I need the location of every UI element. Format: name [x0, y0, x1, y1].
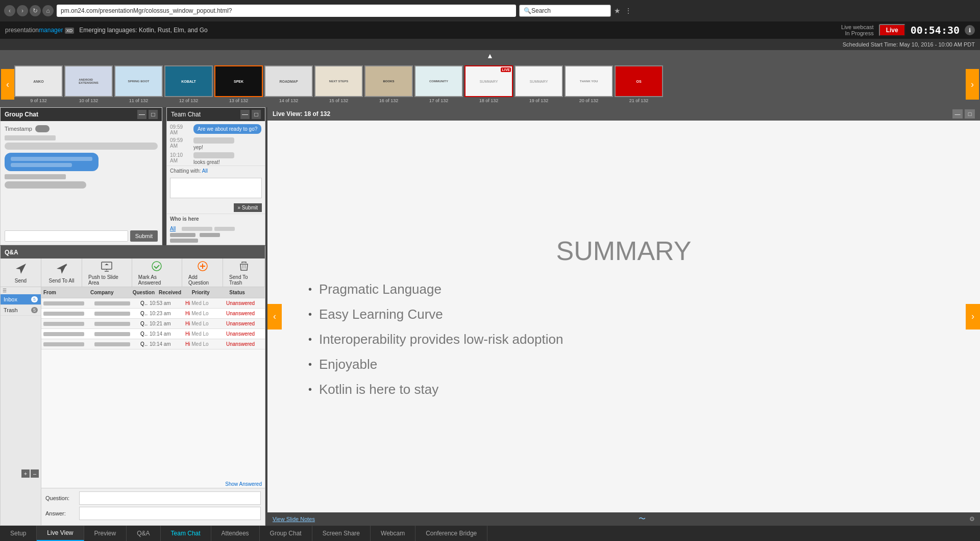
- bottom-nav-webcam-label: Webcam: [381, 530, 405, 537]
- qa-remove-item-btn[interactable]: –: [31, 469, 39, 478]
- home-button[interactable]: ⌂: [42, 5, 54, 16]
- qa-row-2[interactable]: Q You mentioned that Kotlin is a stand 1…: [41, 309, 265, 319]
- group-chat-minimize[interactable]: —: [137, 110, 146, 119]
- bottom-nav-groupchat[interactable]: Group Chat: [260, 526, 312, 541]
- team-chat-panel: Team Chat — □ 09:59 AM Are we about read…: [166, 107, 265, 245]
- qa-mark-answered-label: Mark As Answered: [138, 274, 176, 286]
- chat-input-row: Submit: [1, 227, 162, 245]
- who-item-2: [170, 239, 262, 243]
- qa-add-item-btn[interactable]: +: [21, 469, 30, 478]
- team-chat-submit[interactable]: » Submit: [234, 203, 262, 212]
- qa-list-container: From Company Question Received Priority …: [41, 287, 265, 525]
- info-button[interactable]: ℹ: [965, 25, 975, 35]
- live-view-expand[interactable]: □: [965, 109, 975, 119]
- qa-status-3: Unanswered: [224, 320, 265, 327]
- xd-badge: XD: [65, 28, 75, 34]
- menu-icon[interactable]: ⋮: [625, 7, 632, 15]
- qa-answer-input[interactable]: [79, 507, 261, 520]
- qa-row-3[interactable]: Q what about singleExpression(x: Int) 10…: [41, 319, 265, 329]
- team-chat-expand[interactable]: □: [252, 110, 261, 119]
- timestamp-toggle[interactable]: [35, 125, 50, 132]
- show-answered-link[interactable]: Show Answered: [41, 480, 265, 488]
- slide-thumb-19[interactable]: SUMMARY 19 of 132: [514, 65, 563, 103]
- forward-button[interactable]: ›: [17, 5, 28, 16]
- bottom-nav-qa[interactable]: Q&A: [127, 526, 160, 541]
- bottom-nav-liveview-label: Live View: [47, 529, 73, 536]
- live-view-minimize[interactable]: —: [952, 109, 963, 119]
- back-button[interactable]: ‹: [4, 5, 15, 16]
- who-item-all[interactable]: All: [170, 226, 262, 231]
- chat-msg-2: [5, 153, 99, 171]
- qa-nav-inbox[interactable]: Inbox 5: [1, 294, 41, 305]
- bottom-nav-setup[interactable]: Setup: [0, 526, 37, 541]
- bookmark-icon[interactable]: ★: [614, 7, 621, 15]
- qa-trash-button[interactable]: Send To Trash: [223, 258, 265, 287]
- slide-thumb-9[interactable]: ANKO 9 of 132: [14, 65, 63, 103]
- bottom-nav-attendees[interactable]: Attendees: [211, 526, 260, 541]
- qa-row-4[interactable]: Q How do you protect data members? 10:14…: [41, 329, 265, 339]
- qa-main-area: ☰ Inbox 5 Trash 5 + –: [1, 287, 265, 525]
- slide-img-15: NEXT STEPS: [314, 65, 363, 97]
- reload-button[interactable]: ↻: [30, 5, 41, 16]
- bottom-nav-conference[interactable]: Conference Bridge: [415, 526, 487, 541]
- slide-thumb-21[interactable]: OS 21 of 132: [615, 65, 663, 103]
- bottom-nav-teamchat[interactable]: Team Chat: [161, 526, 211, 541]
- qa-nav-trash[interactable]: Trash 5: [1, 305, 41, 316]
- view-notes-link[interactable]: View Slide Notes: [273, 516, 315, 522]
- settings-icon[interactable]: ⚙: [969, 515, 975, 523]
- chatting-with-row: Chatting with: All: [167, 166, 265, 176]
- qa-filter-icon[interactable]: ☰: [1, 287, 41, 294]
- team-chat-input[interactable]: [170, 178, 262, 198]
- bottom-nav-webcam[interactable]: Webcam: [371, 526, 415, 541]
- slide-thumb-14[interactable]: ROADMAP 14 of 132: [264, 65, 313, 103]
- qa-status-2: Unanswered: [224, 310, 265, 317]
- qa-add-question-button[interactable]: Add Question: [182, 258, 223, 287]
- right-panel: Live View: 18 of 132 — □ SUMMARY • Pragm…: [267, 107, 980, 526]
- search-box[interactable]: 🔍 Search: [519, 5, 611, 17]
- chat-bubble-1: [5, 143, 158, 150]
- slide-thumb-18[interactable]: SUMMARY LIVE 18 of 132: [464, 65, 513, 103]
- slide-thumb-11[interactable]: SPRING BOOT 11 of 132: [114, 65, 163, 103]
- bottom-nav-liveview[interactable]: Live View: [37, 526, 84, 541]
- thumbs-container: ANKO 9 of 132 ANDROIDEXTENSIONS 10 of 13…: [14, 65, 966, 103]
- slide-thumb-12[interactable]: KOBALT 12 of 132: [164, 65, 213, 103]
- group-chat-submit[interactable]: Submit: [130, 230, 158, 242]
- team-chat-minimize[interactable]: —: [240, 110, 250, 119]
- bottom-nav-screenshare[interactable]: Screen Share: [312, 526, 371, 541]
- trash-icon: [237, 260, 251, 272]
- chat-bubble-msg: [5, 153, 99, 171]
- bottom-nav-preview[interactable]: Preview: [84, 526, 127, 541]
- who-all-link[interactable]: All: [170, 226, 176, 231]
- slide-prev-button[interactable]: ‹: [267, 304, 282, 330]
- next-slide-button[interactable]: ›: [966, 69, 979, 100]
- qa-row-1[interactable]: Q is 'sealed' like 'final'? the same as …: [41, 298, 265, 309]
- slide-bullet-text-2: Easy Learning Curve: [319, 307, 443, 322]
- qa-mark-answered-button[interactable]: Mark As Answered: [132, 258, 182, 287]
- group-chat-input[interactable]: [5, 230, 128, 242]
- prev-slide-button[interactable]: ‹: [1, 69, 14, 100]
- slide-label-20: 20 of 132: [579, 98, 599, 103]
- logo-text: presentation: [5, 27, 39, 34]
- qa-send-button[interactable]: Send: [1, 258, 41, 287]
- slide-thumb-17[interactable]: COMMUNITY 17 of 132: [414, 65, 463, 103]
- qa-row-5[interactable]: Q: sure would like to see its Javscript …: [41, 339, 265, 349]
- tc-time-1: 09:59 AM: [170, 124, 190, 135]
- qa-trash-label-nav: Trash: [4, 307, 18, 313]
- qa-push-slide-button[interactable]: Push to Slide Area: [82, 258, 132, 287]
- tc-msg-2: yep!: [193, 145, 234, 150]
- slide-next-button[interactable]: ›: [966, 304, 980, 330]
- qa-from-2: [41, 311, 92, 317]
- chatting-with-link[interactable]: All: [202, 168, 208, 174]
- qa-send-all-button[interactable]: Send To All: [41, 258, 82, 287]
- slide-thumb-20[interactable]: THANK YOU 20 of 132: [565, 65, 613, 103]
- slide-thumb-10[interactable]: ANDROIDEXTENSIONS 10 of 132: [64, 65, 113, 103]
- slide-thumb-15[interactable]: NEXT STEPS 15 of 132: [314, 65, 363, 103]
- qa-question-input[interactable]: [79, 491, 261, 505]
- group-chat-expand[interactable]: □: [149, 110, 158, 119]
- slide-thumb-13[interactable]: SPEK 13 of 132: [214, 65, 263, 103]
- slide-thumb-16[interactable]: BOOKS 16 of 132: [364, 65, 413, 103]
- url-bar[interactable]: pm.on24.com/presentationMgr/colossus_win…: [57, 5, 516, 17]
- collapse-bar[interactable]: ▲: [0, 50, 980, 61]
- live-button[interactable]: Live: [879, 24, 905, 36]
- who-is-here-label: Who is here: [167, 214, 265, 224]
